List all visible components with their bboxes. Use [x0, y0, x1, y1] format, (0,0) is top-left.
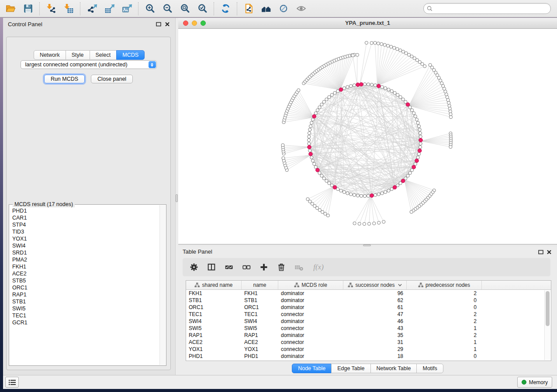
table-scrollbar[interactable] [544, 290, 550, 360]
open-button[interactable] [2, 2, 19, 16]
export-network-button[interactable] [83, 2, 100, 16]
mcds-result-item[interactable]: TID3 [12, 228, 159, 235]
mcds-result-item[interactable]: SWI5 [12, 305, 159, 312]
cell-predecessor-nodes[interactable]: 1 [407, 346, 482, 352]
mcds-result-item[interactable]: ORC1 [12, 284, 159, 291]
export-table-button[interactable] [100, 2, 118, 16]
table-row-RAP1[interactable]: RAP1RAP1dominator352 [186, 332, 551, 339]
delete-button[interactable] [276, 262, 286, 272]
close-table-panel-icon[interactable] [546, 249, 552, 254]
mcds-result-item[interactable]: ACE2 [12, 270, 159, 277]
zoom-selected-button[interactable] [194, 2, 211, 16]
cell-successor-nodes[interactable]: 61 [343, 304, 407, 310]
add-button[interactable] [259, 262, 269, 272]
cell-MCDS-role[interactable]: dominator [278, 318, 343, 324]
table-scrollbar-thumb[interactable] [546, 291, 550, 326]
cell-MCDS-role[interactable]: dominator [278, 304, 343, 310]
hide-annotations-button[interactable] [275, 2, 292, 16]
show-columns-button[interactable] [206, 262, 216, 272]
cell-predecessor-nodes[interactable]: 2 [407, 318, 482, 324]
tab-select[interactable]: Select [90, 50, 117, 60]
unselect-all-button[interactable] [241, 262, 251, 272]
column-header-name[interactable]: name [242, 281, 278, 289]
tab-style[interactable]: Style [66, 50, 90, 60]
column-header-predecessor-nodes[interactable]: predecessor nodes [407, 281, 482, 289]
cell-shared-name[interactable]: ORC1 [186, 304, 242, 310]
close-panel-button[interactable]: Close panel [91, 75, 133, 83]
network-canvas[interactable] [178, 29, 557, 244]
mcds-result-item[interactable]: STB5 [12, 277, 159, 284]
vertical-splitter-handle[interactable] [176, 194, 178, 202]
table-row-ORC1[interactable]: ORC1ORC1dominator610 [186, 304, 551, 311]
mcds-result-item[interactable]: PMA2 [12, 256, 159, 263]
task-history-button[interactable] [5, 377, 19, 388]
zoom-out-button[interactable] [159, 2, 176, 16]
close-panel-icon[interactable] [164, 21, 170, 27]
search-input[interactable] [432, 5, 550, 12]
export-image-button[interactable] [118, 2, 135, 16]
cell-name[interactable]: ORC1 [242, 304, 278, 310]
cell-successor-nodes[interactable]: 62 [343, 297, 407, 303]
mcds-result-item[interactable]: STB1 [12, 298, 159, 305]
cell-MCDS-role[interactable]: connector [278, 311, 343, 317]
cell-name[interactable]: TEC1 [242, 311, 278, 317]
cell-MCDS-role[interactable]: dominator [278, 290, 343, 296]
table-row-YOX1[interactable]: YOX1YOX1connector291 [186, 346, 551, 353]
cell-name[interactable]: STB1 [242, 297, 278, 303]
mcds-result-item[interactable]: SWI4 [12, 242, 159, 249]
refresh-button[interactable] [217, 2, 234, 16]
column-header-shared-name[interactable]: shared name [186, 281, 242, 289]
cell-MCDS-role[interactable]: connector [278, 325, 343, 331]
mcds-result-item[interactable]: FKH1 [12, 263, 159, 270]
table-row-SWI4[interactable]: SWI4SWI4dominator462 [186, 318, 551, 325]
mcds-result-item[interactable]: YOX1 [12, 235, 159, 242]
search-box[interactable] [423, 3, 551, 14]
mcds-result-list[interactable]: PHD1CAR1STP4TID3YOX1SWI4SRD1PMA2FKH1ACE2… [12, 207, 159, 364]
cell-successor-nodes[interactable]: 29 [343, 346, 407, 352]
cell-shared-name[interactable]: STB1 [186, 297, 242, 303]
tab-mcds[interactable]: MCDS [116, 50, 145, 60]
tab-edge-table[interactable]: Edge Table [331, 364, 370, 373]
cell-successor-nodes[interactable]: 46 [343, 318, 407, 324]
cell-name[interactable]: YOX1 [242, 346, 278, 352]
cell-predecessor-nodes[interactable]: 1 [407, 325, 482, 331]
run-mcds-button[interactable]: Run MCDS [44, 75, 85, 83]
mcds-result-item[interactable]: RAP1 [12, 291, 159, 298]
cell-predecessor-nodes[interactable]: 1 [407, 339, 482, 345]
cell-successor-nodes[interactable]: 18 [343, 353, 407, 359]
table-row-TEC1[interactable]: TEC1TEC1connector472 [186, 311, 551, 318]
tab-node-table[interactable]: Node Table [292, 364, 332, 373]
mcds-result-item[interactable]: CAR1 [12, 214, 159, 221]
cell-predecessor-nodes[interactable]: 0 [407, 353, 482, 359]
mcds-result-item[interactable]: GCR1 [12, 319, 159, 326]
cell-MCDS-role[interactable]: connector [278, 339, 343, 345]
mcds-result-item[interactable]: PHD1 [12, 207, 159, 214]
node-table[interactable]: shared namenameMCDS rolesuccessor nodesp… [186, 280, 551, 361]
cell-shared-name[interactable]: PHD1 [186, 353, 242, 359]
table-row-PHD1[interactable]: PHD1PHD1dominator180 [186, 353, 551, 360]
settings-button[interactable] [189, 262, 199, 272]
tab-network[interactable]: Network [34, 50, 66, 60]
float-table-panel-icon[interactable] [538, 249, 543, 254]
column-header-MCDS-role[interactable]: MCDS role [278, 281, 343, 289]
tab-motifs[interactable]: Motifs [416, 364, 443, 373]
cell-shared-name[interactable]: RAP1 [186, 332, 242, 338]
import-table-button[interactable] [60, 2, 77, 16]
cell-predecessor-nodes[interactable]: 2 [407, 332, 482, 338]
network-graph[interactable] [178, 29, 557, 244]
table-row-ACE2[interactable]: ACE2ACE2connector311 [186, 339, 551, 346]
cell-name[interactable]: RAP1 [242, 332, 278, 338]
optimization-dropdown[interactable]: largest connected component (undirected) [21, 60, 157, 69]
zoom-in-button[interactable] [141, 2, 159, 16]
cell-successor-nodes[interactable]: 31 [343, 339, 407, 345]
network-file-button[interactable] [240, 2, 257, 16]
cell-name[interactable]: SWI5 [242, 325, 278, 331]
cell-name[interactable]: PHD1 [242, 353, 278, 359]
show-annotations-button[interactable] [292, 2, 310, 16]
save-button[interactable] [19, 2, 37, 16]
cell-successor-nodes[interactable]: 96 [343, 290, 407, 296]
cell-successor-nodes[interactable]: 47 [343, 311, 407, 317]
cell-shared-name[interactable]: ACE2 [186, 339, 242, 345]
mcds-result-item[interactable]: STP4 [12, 221, 159, 228]
cell-name[interactable]: SWI4 [242, 318, 278, 324]
